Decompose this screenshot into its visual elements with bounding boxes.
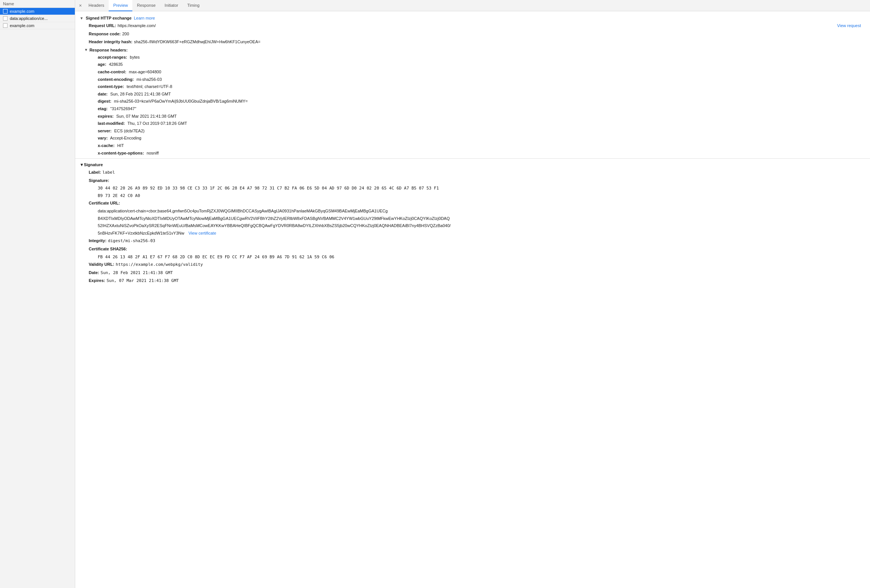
response-headers-section[interactable]: ▼ Response headers: <box>75 46 870 54</box>
main-panel: × HeadersPreviewResponseInitiatorTiming … <box>75 0 870 588</box>
response-header-fields: accept-ranges: bytesage: 428635cache-con… <box>75 54 870 157</box>
header-field-value: bytes <box>129 55 139 59</box>
header-field-label: digest: <box>98 99 111 103</box>
signed-exchange-arrow: ▼ <box>80 16 83 20</box>
response-code-label: Response code: <box>89 31 121 38</box>
header-field-value: ECS (dcb/7EA2) <box>113 129 145 133</box>
header-integrity-label: Header integrity hash: <box>89 39 132 45</box>
header-field-cachecontrol: cache-control: max-age=604800 <box>75 68 870 76</box>
view-request-link[interactable]: View request <box>837 23 861 29</box>
header-field-xcache: x-cache: HIT <box>75 142 870 150</box>
response-code-value: 200 <box>122 31 861 38</box>
signature-title: Signature <box>84 162 103 167</box>
sidebar-checkbox-data-application <box>3 16 8 21</box>
signature-section-header[interactable]: ▼ Signature <box>75 160 870 168</box>
header-field-value: text/html; charset=UTF-8 <box>126 84 172 89</box>
sidebar-items: example.comdata:application/ce...example… <box>0 8 75 29</box>
header-field-value: mi-sha256-03 <box>135 77 162 82</box>
header-field-label: etag: <box>98 106 108 111</box>
cert-url-line4-container: 5nBHzvFK7KF+VzxtkbNzcEpkdW1teS1vY3Nw Vie… <box>75 230 870 237</box>
signature-bytes-line1: 30 44 02 20 26 A9 89 92 ED 10 33 98 CE C… <box>75 185 870 192</box>
request-url-label: Request URL: <box>89 23 116 29</box>
expires-value: Sun, 07 Mar 2021 21:41:38 GMT <box>106 277 861 284</box>
date-key: Date: <box>89 270 99 276</box>
response-headers-label: Response headers: <box>89 48 127 52</box>
header-integrity-row: Header integrity hash: sha256-/IWdYDKW66… <box>75 38 870 46</box>
integrity-key: Integrity: <box>89 238 106 244</box>
header-field-value: Sun, 07 Mar 2021 21:41:38 GMT <box>115 114 177 118</box>
sidebar: Name example.comdata:application/ce...ex… <box>0 0 75 588</box>
header-field-digest: digest: mi-sha256-03=kcwVP6aOwYmA/j9JbUU… <box>75 98 870 105</box>
date-value: Sun, 28 Feb 2021 21:41:38 GMT <box>101 270 861 276</box>
date-row: Date: Sun, 28 Feb 2021 21:41:38 GMT <box>75 269 870 277</box>
cert-url-line3: 52IHZXAxtuNiSZvoPkOaXySR2ESqFNnWEuU/BaMs… <box>75 222 870 230</box>
sidebar-label-example-com-1: example.com <box>10 9 34 14</box>
header-field-label: last-modified: <box>98 121 125 126</box>
sidebar-item-example-com-2[interactable]: example.com <box>0 22 75 29</box>
signature-bytes-row: Signature: <box>75 177 870 185</box>
integrity-row: Integrity: digest/mi-sha256-03 <box>75 237 870 245</box>
header-field-value: Thu, 17 Oct 2019 07:18:26 GMT <box>126 121 187 126</box>
header-field-label: age: <box>98 62 106 67</box>
cert-url-key: Certificate URL: <box>89 200 120 207</box>
sig-label-value: label <box>102 169 861 176</box>
tab-timing[interactable]: Timing <box>183 0 204 11</box>
tab-response[interactable]: Response <box>132 0 160 11</box>
sidebar-checkbox-example-com-2 <box>3 23 8 28</box>
tab-close-button[interactable]: × <box>77 3 84 8</box>
tabs-bar: × HeadersPreviewResponseInitiatorTiming <box>75 0 870 11</box>
header-field-value: max-age=604800 <box>128 70 161 74</box>
header-field-value: Accept-Encoding <box>109 136 141 140</box>
view-certificate-link[interactable]: View certificate <box>188 231 216 235</box>
cert-url-row: Certificate URL: <box>75 199 870 208</box>
tab-initiator[interactable]: Initiator <box>160 0 183 11</box>
cert-url-line1: data:application/cert-chain+cbor;base64,… <box>75 208 870 215</box>
tab-headers[interactable]: Headers <box>84 0 109 11</box>
sidebar-label-data-application: data:application/ce... <box>10 16 48 21</box>
header-field-acceptranges: accept-ranges: bytes <box>75 54 870 61</box>
response-headers-arrow: ▼ <box>84 48 88 52</box>
content-area: ▼ Signed HTTP exchange Learn more Reques… <box>75 11 870 588</box>
header-field-value: "3147526947" <box>109 106 136 111</box>
learn-more-link[interactable]: Learn more <box>134 16 155 20</box>
header-field-xcontent-type-options: x-content-type-options: nosniff <box>75 150 870 157</box>
header-field-contenttype: content-type: text/html; charset=UTF-8 <box>75 83 870 91</box>
sidebar-item-example-com-1[interactable]: example.com <box>0 8 75 15</box>
header-field-value: HIT <box>116 143 124 148</box>
sidebar-item-data-application[interactable]: data:application/ce... <box>0 15 75 22</box>
header-field-label: server: <box>98 129 112 133</box>
sidebar-checkbox-example-com-1 <box>3 9 8 14</box>
header-field-date: date: Sun, 28 Feb 2021 21:41:38 GMT <box>75 91 870 98</box>
request-url-row: Request URL: https://example.com/ View r… <box>75 22 870 30</box>
cert-sha256-value: FB 44 26 13 48 2F A1 E7 67 F7 68 2D C0 8… <box>75 253 870 261</box>
response-code-row: Response code: 200 <box>75 30 870 38</box>
tab-preview[interactable]: Preview <box>109 0 132 11</box>
header-field-server: server: ECS (dcb/7EA2) <box>75 127 870 135</box>
signed-exchange-title: Signed HTTP exchange <box>86 16 132 20</box>
header-field-expires: expires: Sun, 07 Mar 2021 21:41:38 GMT <box>75 113 870 120</box>
header-field-vary: vary: Accept-Encoding <box>75 135 870 142</box>
header-field-label: date: <box>98 92 108 96</box>
signature-arrow: ▼ <box>80 162 84 167</box>
sidebar-header: Name <box>0 0 75 8</box>
sig-bytes-key: Signature: <box>89 177 109 184</box>
request-url-value: https://example.com/ <box>118 23 834 29</box>
header-field-label: accept-ranges: <box>98 55 127 59</box>
header-integrity-value: sha256-/IWdYDKW663F+eRGZMdhwjEhIJW+Hw6hK… <box>134 39 861 45</box>
header-field-value: 428635 <box>108 62 123 67</box>
validity-url-value: https://example.com/webpkg/validity <box>116 261 861 268</box>
header-field-value: mi-sha256-03=kcwVP6aOwYmA/j9JbUU0GbuiZdn… <box>113 99 248 103</box>
validity-url-key: Validity URL: <box>89 261 114 268</box>
expires-key: Expires: <box>89 277 105 284</box>
header-field-value: nosniff <box>146 151 159 155</box>
cert-url-line4: 5nBHzvFK7KF+VzxtkbNzcEpkdW1teS1vY3Nw <box>98 231 184 235</box>
header-field-value: Sun, 28 Feb 2021 21:41:38 GMT <box>109 92 171 96</box>
signed-http-exchange-header[interactable]: ▼ Signed HTTP exchange Learn more <box>75 14 870 22</box>
sig-label-key: Label: <box>89 169 101 176</box>
sidebar-label-example-com-2: example.com <box>10 23 34 28</box>
cert-sha256-key: Certificate SHA256: <box>89 246 127 253</box>
header-field-lastmodified: last-modified: Thu, 17 Oct 2019 07:18:26… <box>75 120 870 127</box>
header-field-label: x-content-type-options: <box>98 151 144 155</box>
header-field-label: vary: <box>98 136 108 140</box>
validity-url-row: Validity URL: https://example.com/webpkg… <box>75 261 870 269</box>
